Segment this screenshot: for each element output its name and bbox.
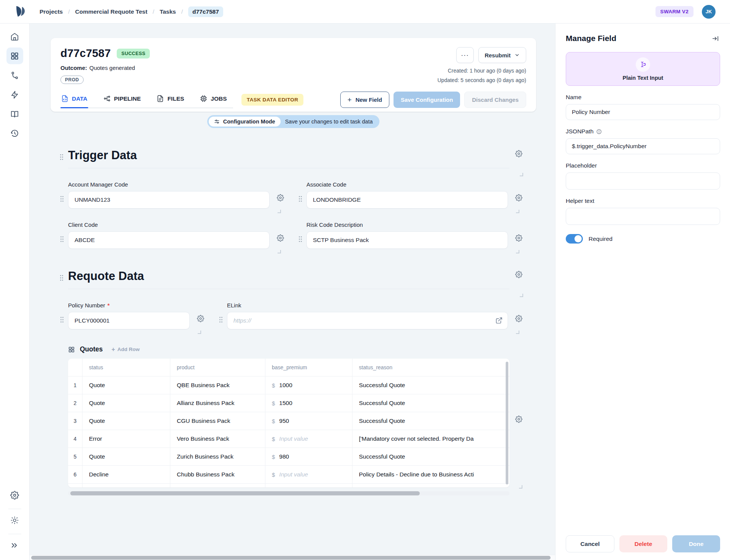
cell-status[interactable]: Decline — [83, 466, 170, 484]
field-gear-icon[interactable] — [515, 194, 522, 201]
cell-base-premium[interactable]: $900 — [265, 484, 352, 487]
field-type-card[interactable]: Plain Text Input — [566, 52, 720, 86]
tab-data[interactable]: DATA — [60, 95, 88, 108]
cell-status-reason[interactable]: Successful Quote — [352, 376, 509, 394]
cell-status-reason[interactable]: Successful Quote — [352, 448, 509, 466]
new-field-button[interactable]: + New Field — [340, 92, 389, 108]
tab-files[interactable]: FILES — [156, 95, 185, 108]
field-gear-icon[interactable] — [277, 194, 284, 201]
drag-handle-icon[interactable] — [219, 316, 223, 323]
resize-corner-icon[interactable] — [519, 485, 522, 489]
save-configuration-button[interactable]: Save Configuration — [394, 92, 460, 108]
placeholder-input[interactable] — [566, 172, 720, 190]
delete-button[interactable]: Delete — [619, 535, 667, 552]
cell-status-reason[interactable]: Policy Details - Decline due to Business… — [352, 466, 509, 484]
policy-number-input[interactable] — [68, 312, 190, 329]
sidebar-home-icon[interactable] — [6, 28, 23, 45]
drag-handle-icon[interactable] — [298, 196, 302, 202]
cell-base-premium[interactable]: $Input value — [265, 430, 352, 448]
cell-base-premium[interactable]: $950 — [265, 412, 352, 430]
external-link-icon[interactable] — [495, 317, 503, 324]
required-toggle[interactable] — [566, 234, 583, 244]
cell-status[interactable]: Error — [83, 430, 170, 448]
drag-handle-icon[interactable] — [60, 236, 64, 242]
cell-status[interactable]: Quote — [83, 376, 170, 394]
drag-handle-icon[interactable] — [60, 275, 63, 281]
sidebar-history-icon[interactable] — [6, 125, 23, 142]
breadcrumb-task-id[interactable]: d77c7587 — [188, 6, 223, 17]
breadcrumb-project-name[interactable]: Commercial Requote Test — [75, 8, 147, 15]
drag-handle-icon[interactable] — [60, 154, 63, 160]
sidebar-settings-gear-icon[interactable] — [6, 487, 23, 503]
cell-status-reason[interactable]: Successful Quote — [352, 394, 509, 412]
resize-corner-icon[interactable] — [198, 331, 201, 334]
elink-input[interactable] — [227, 312, 508, 329]
drag-handle-icon[interactable] — [60, 316, 64, 323]
field-gear-icon[interactable] — [515, 234, 522, 242]
info-icon[interactable] — [596, 129, 602, 134]
table-gear-icon[interactable] — [515, 416, 522, 423]
user-avatar[interactable]: JK — [702, 5, 716, 19]
cell-base-premium[interactable]: $1500 — [265, 394, 352, 412]
column-header-base-premium[interactable]: base_premium — [265, 359, 352, 376]
done-button[interactable]: Done — [672, 535, 720, 552]
cell-status[interactable]: Quote — [83, 394, 170, 412]
brand-logo-icon[interactable] — [15, 6, 26, 18]
account-manager-code-input[interactable] — [68, 191, 270, 209]
column-header-product[interactable]: product — [170, 359, 265, 376]
client-code-input[interactable] — [68, 231, 270, 249]
field-gear-icon[interactable] — [277, 234, 284, 242]
cell-status-reason[interactable]: ['Mandatory cover not selected. Property… — [352, 430, 509, 448]
field-gear-icon[interactable] — [515, 315, 522, 322]
cell-product[interactable]: Zurich Business Pack — [170, 448, 265, 466]
resize-corner-icon[interactable] — [278, 250, 281, 253]
drag-handle-icon[interactable] — [298, 236, 302, 242]
name-input[interactable] — [566, 104, 720, 120]
cell-status[interactable]: Quote — [83, 448, 170, 466]
breadcrumb-tasks[interactable]: Tasks — [160, 8, 176, 15]
breadcrumb-projects[interactable]: Projects — [40, 8, 63, 15]
table-vertical-scrollbar[interactable] — [506, 362, 508, 484]
associate-code-input[interactable] — [306, 191, 508, 209]
sidebar-docs-book-icon[interactable] — [6, 106, 23, 122]
section-gear-icon[interactable] — [515, 150, 522, 157]
sidebar-expand-chevrons-icon[interactable] — [6, 537, 23, 554]
cell-base-premium[interactable]: $980 — [265, 448, 352, 466]
field-gear-icon[interactable] — [197, 315, 204, 322]
tab-pipeline[interactable]: PIPELINE — [103, 95, 142, 108]
collapse-panel-icon[interactable] — [710, 33, 720, 43]
resize-corner-icon[interactable] — [516, 250, 519, 253]
sidebar-pipeline-icon[interactable] — [6, 67, 23, 84]
section-gear-icon[interactable] — [515, 271, 522, 278]
tab-jobs[interactable]: JOBS — [199, 95, 227, 108]
cell-product[interactable]: Vero Business Pack — [170, 430, 265, 448]
cell-product[interactable]: Allied Business Pack — [170, 484, 265, 487]
cell-base-premium[interactable]: $1000 — [265, 376, 352, 394]
resize-corner-icon[interactable] — [516, 210, 519, 213]
drag-handle-icon[interactable] — [60, 196, 64, 202]
risk-code-description-input[interactable] — [306, 231, 508, 249]
sidebar-zap-icon[interactable] — [6, 86, 23, 103]
sidebar-projects-grid-icon[interactable] — [6, 47, 23, 64]
page-horizontal-scrollbar-thumb[interactable] — [31, 556, 551, 560]
cancel-button[interactable]: Cancel — [566, 535, 614, 552]
cell-status[interactable]: Quote — [83, 412, 170, 430]
more-actions-button[interactable]: ··· — [456, 47, 474, 63]
cell-base-premium[interactable]: $Input value — [265, 466, 352, 484]
add-row-button[interactable]: + Add Row — [111, 346, 140, 353]
jsonpath-input[interactable] — [566, 138, 720, 154]
cell-product[interactable]: Allianz Business Pack — [170, 394, 265, 412]
resize-corner-icon[interactable] — [520, 294, 523, 297]
column-header-status-reason[interactable]: status_reason — [352, 359, 509, 376]
cell-product[interactable]: CGU Business Pack — [170, 412, 265, 430]
cell-status-reason[interactable]: Successful Quote — [352, 484, 509, 487]
discard-changes-button[interactable]: Discard Changes — [464, 92, 526, 108]
cell-status[interactable]: Quote — [83, 484, 170, 487]
resize-corner-icon[interactable] — [520, 173, 523, 176]
resubmit-button[interactable]: Resubmit — [478, 47, 526, 63]
resize-corner-icon[interactable] — [516, 331, 519, 334]
column-header-status[interactable]: status — [83, 359, 170, 376]
resize-corner-icon[interactable] — [278, 210, 281, 213]
cell-product[interactable]: Chubb Business Pack — [170, 466, 265, 484]
cell-status-reason[interactable]: Successful Quote — [352, 412, 509, 430]
